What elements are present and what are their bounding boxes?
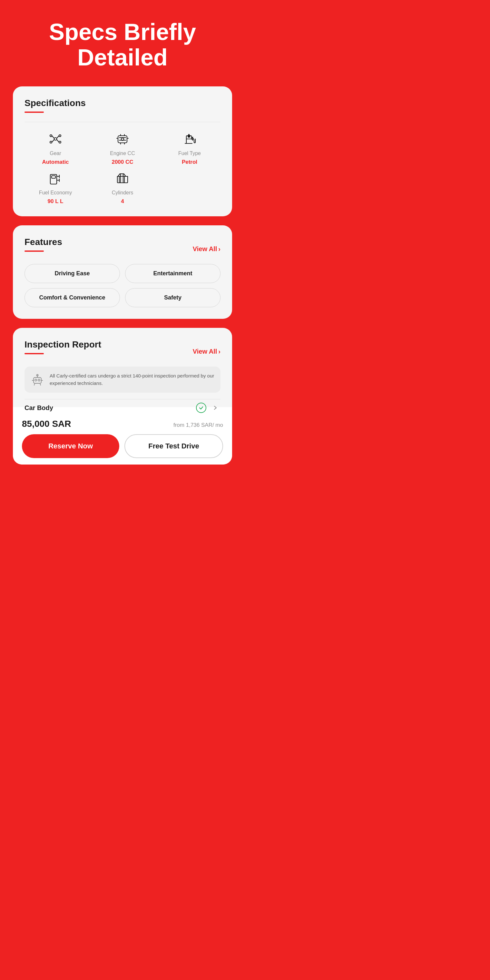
svg-rect-9 <box>118 136 127 143</box>
features-view-all-label: View All <box>193 245 217 253</box>
svg-rect-13 <box>52 176 56 178</box>
svg-point-0 <box>54 138 57 140</box>
cylinders-value: 4 <box>121 198 124 205</box>
inspection-chevron-right-icon: › <box>218 348 221 355</box>
inspection-underline <box>24 353 44 354</box>
reserve-now-button[interactable]: Reserve Now <box>22 434 119 458</box>
engine-value: 2000 CC <box>111 159 133 165</box>
specifications-card: Specifications Gear Automatic <box>13 86 232 216</box>
fuel-type-icon <box>181 130 199 148</box>
engine-icon <box>113 130 132 148</box>
inspection-bottom-card: Inspection Report View All › <box>13 328 232 465</box>
svg-point-27 <box>37 375 38 376</box>
bottom-bar: 85,000 SAR from 1,736 SAR/ mo Reserve No… <box>13 407 232 465</box>
svg-line-8 <box>57 140 59 142</box>
svg-line-26 <box>40 383 41 385</box>
fuel-economy-value: 90 L L <box>48 198 64 205</box>
inspection-view-all[interactable]: View All › <box>193 348 221 355</box>
spec-engine: Engine CC 2000 CC <box>92 130 153 165</box>
inspection-robot-icon <box>30 372 45 387</box>
price-monthly: from 1,736 SAR/ mo <box>173 422 223 428</box>
svg-point-23 <box>35 379 37 381</box>
feature-safety[interactable]: Safety <box>125 288 221 307</box>
svg-line-5 <box>52 136 54 138</box>
inspection-header: Inspection Report View All › <box>24 339 221 363</box>
specifications-title: Specifications <box>24 98 221 108</box>
cylinders-label: Cylinders <box>112 190 134 196</box>
features-card: Features View All › Driving Ease Enterta… <box>13 225 232 319</box>
specifications-underline <box>24 111 44 113</box>
engine-label: Engine CC <box>110 151 135 156</box>
svg-point-24 <box>38 379 40 381</box>
price-row: 85,000 SAR from 1,736 SAR/ mo <box>22 414 223 434</box>
inspection-car-body-status <box>196 402 221 413</box>
car-body-expand-button[interactable] <box>210 402 221 413</box>
inspection-card-content: Inspection Report View All › <box>13 328 232 416</box>
gear-label: Gear <box>49 151 61 156</box>
inspection-info-box: All Carly-certified cars undergo a stric… <box>24 366 221 393</box>
specs-grid-row2: Fuel Economy 90 L L Cylinders 4 <box>24 169 221 205</box>
hero-title: Specs Briefly Detailed <box>0 0 245 86</box>
spec-gear: Gear Automatic <box>24 130 86 165</box>
spec-empty <box>159 169 221 205</box>
svg-line-25 <box>34 383 35 385</box>
inspection-title-block: Inspection Report <box>24 339 101 363</box>
specs-grid-row1: Gear Automatic Engine CC 2000 CC <box>24 130 221 165</box>
features-title-block: Features <box>24 237 62 261</box>
inspection-view-all-label: View All <box>193 348 217 355</box>
cylinders-icon <box>113 169 132 187</box>
feature-comfort-convenience[interactable]: Comfort & Convenience <box>24 288 120 307</box>
gear-icon <box>46 130 64 148</box>
features-title: Features <box>24 237 62 247</box>
fuel-economy-label: Fuel Economy <box>39 190 72 196</box>
inspection-car-body-label: Car Body <box>24 404 53 412</box>
features-header: Features View All › <box>24 237 221 261</box>
price-main: 85,000 SAR <box>22 419 71 429</box>
action-buttons: Reserve Now Free Test Drive <box>22 434 223 458</box>
svg-line-6 <box>57 136 59 138</box>
features-grid: Driving Ease Entertainment Comfort & Con… <box>24 264 221 307</box>
features-view-all[interactable]: View All › <box>193 245 221 253</box>
chevron-right-icon: › <box>218 245 221 253</box>
features-underline <box>24 250 44 252</box>
inspection-info-text: All Carly-certified cars undergo a stric… <box>49 372 215 387</box>
fuel-type-value: Petrol <box>182 159 197 165</box>
svg-line-7 <box>52 140 54 142</box>
fuel-type-label: Fuel Type <box>178 151 201 156</box>
inspection-title: Inspection Report <box>24 339 101 350</box>
free-test-drive-button[interactable]: Free Test Drive <box>124 434 223 458</box>
check-circle-icon <box>196 402 206 413</box>
spec-cylinders: Cylinders 4 <box>92 169 153 205</box>
spec-fuel-economy: Fuel Economy 90 L L <box>24 169 86 205</box>
feature-entertainment[interactable]: Entertainment <box>125 264 221 283</box>
fuel-economy-icon <box>46 169 64 187</box>
feature-driving-ease[interactable]: Driving Ease <box>24 264 120 283</box>
gear-value: Automatic <box>42 159 68 165</box>
spec-fuel-type: Fuel Type Petrol <box>159 130 221 165</box>
